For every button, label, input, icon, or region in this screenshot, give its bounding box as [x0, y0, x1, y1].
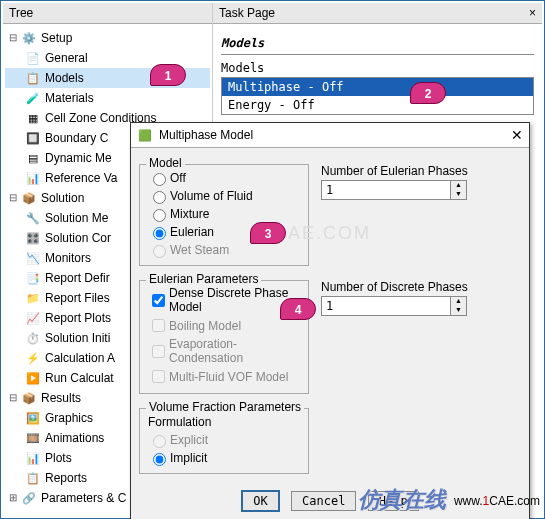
- task-header: Task Page ×: [213, 3, 542, 24]
- radio-implicit[interactable]: Implicit: [148, 449, 300, 467]
- multiphase-dialog: 🟩 Multiphase Model ✕ Model Off Volume of…: [130, 122, 530, 519]
- method-icon: 🔧: [25, 210, 41, 226]
- graphics-icon: 🖼️: [25, 410, 41, 426]
- anim-icon: 🎞️: [25, 430, 41, 446]
- calc-icon: ⚡: [25, 350, 41, 366]
- num-disc-label: Number of Discrete Phases: [321, 280, 521, 294]
- label: Report Defir: [45, 268, 110, 288]
- boundary-icon: 🔲: [25, 130, 41, 146]
- label: Dynamic Me: [45, 148, 112, 168]
- ref-icon: 📊: [25, 170, 41, 186]
- tree-header: Tree: [3, 3, 212, 24]
- task-title: Task Page: [219, 6, 275, 20]
- expander-icon[interactable]: ⊟: [7, 188, 19, 208]
- footer-cn: 仿真在线: [358, 485, 446, 515]
- run-icon: ▶️: [25, 370, 41, 386]
- section-title: Models: [221, 32, 534, 55]
- models-list: Multiphase - Off Energy - Off: [221, 77, 534, 115]
- init-icon: ⏱️: [25, 330, 41, 346]
- close-icon[interactable]: ✕: [511, 127, 523, 143]
- label: Graphics: [45, 408, 93, 428]
- list-row-multiphase[interactable]: Multiphase - Off: [222, 78, 533, 96]
- check-mfvof: Multi-Fluid VOF Model: [148, 366, 300, 387]
- label: Solution: [41, 188, 84, 208]
- results-icon: 📦: [21, 390, 37, 406]
- group-legend: Eulerian Parameters: [146, 272, 261, 286]
- formulation-label: Formulation: [148, 413, 300, 431]
- num-euler-label: Number of Eulerian Phases: [321, 164, 521, 178]
- num-euler-input[interactable]: ▲▼: [321, 180, 521, 200]
- label: Reference Va: [45, 168, 118, 188]
- reports-icon: 📋: [25, 470, 41, 486]
- mesh-icon: ▤: [25, 150, 41, 166]
- label: Report Files: [45, 288, 110, 308]
- label: Animations: [45, 428, 104, 448]
- label: Solution Cor: [45, 228, 111, 248]
- expander-icon[interactable]: ⊟: [7, 28, 19, 48]
- group-legend: Model: [146, 156, 185, 170]
- label: General: [45, 48, 88, 68]
- footer: 仿真在线 www.1CAE.com: [3, 485, 545, 515]
- label: Setup: [41, 28, 72, 48]
- expander-icon[interactable]: ⊟: [7, 388, 19, 408]
- label: Plots: [45, 448, 72, 468]
- marker-4: 4: [280, 298, 316, 320]
- spin-down-icon[interactable]: ▼: [451, 306, 466, 315]
- marker-3: 3: [250, 222, 286, 244]
- dialog-title: Multiphase Model: [159, 128, 253, 142]
- label: Solution Initi: [45, 328, 110, 348]
- app-icon: 🟩: [137, 127, 153, 143]
- plot-icon: 📈: [25, 310, 41, 326]
- model-group: Model Off Volume of Fluid Mixture Euleri…: [139, 164, 309, 266]
- solution-icon: 📦: [21, 190, 37, 206]
- label: Results: [41, 388, 81, 408]
- control-icon: 🎛️: [25, 230, 41, 246]
- check-evap: Evaporation-Condensation: [148, 336, 300, 366]
- models-icon: 📋: [25, 70, 41, 86]
- tree-setup[interactable]: ⊟⚙️Setup: [5, 28, 210, 48]
- general-icon: 📄: [25, 50, 41, 66]
- list-label: Models: [221, 55, 534, 77]
- spin-down-icon[interactable]: ▼: [451, 190, 466, 199]
- check-dense[interactable]: Dense Discrete Phase Model: [148, 285, 300, 315]
- spin-up-icon[interactable]: ▲: [451, 181, 466, 190]
- list-row-energy[interactable]: Energy - Off: [222, 96, 533, 114]
- euler-param-group: Eulerian Parameters Dense Discrete Phase…: [139, 280, 309, 394]
- label: Materials: [45, 88, 94, 108]
- plots-icon: 📊: [25, 450, 41, 466]
- label: Boundary C: [45, 128, 108, 148]
- tree-materials[interactable]: 🧪Materials: [5, 88, 210, 108]
- radio-explicit: Explicit: [148, 431, 300, 449]
- label: Run Calculat: [45, 368, 114, 388]
- gear-icon: ⚙️: [21, 30, 37, 46]
- label: Report Plots: [45, 308, 111, 328]
- radio-off[interactable]: Off: [148, 169, 300, 187]
- report-icon: 📑: [25, 270, 41, 286]
- marker-2: 2: [410, 82, 446, 104]
- radio-vof[interactable]: Volume of Fluid: [148, 187, 300, 205]
- num-disc-input[interactable]: ▲▼: [321, 296, 521, 316]
- close-icon[interactable]: ×: [529, 6, 536, 20]
- file-icon: 📁: [25, 290, 41, 306]
- num-euler-field[interactable]: [321, 180, 451, 200]
- vfrac-group: Volume Fraction Parameters Formulation E…: [139, 408, 309, 474]
- spin-up-icon[interactable]: ▲: [451, 297, 466, 306]
- label: Models: [45, 68, 84, 88]
- footer-url: www.1CAE.com: [454, 492, 540, 508]
- materials-icon: 🧪: [25, 90, 41, 106]
- check-boiling: Boiling Model: [148, 315, 300, 336]
- group-legend: Volume Fraction Parameters: [146, 400, 304, 414]
- label: Calculation A: [45, 348, 115, 368]
- label: Solution Me: [45, 208, 108, 228]
- cell-icon: ▦: [25, 110, 41, 126]
- num-disc-field[interactable]: [321, 296, 451, 316]
- radio-mixture[interactable]: Mixture: [148, 205, 300, 223]
- monitor-icon: 📉: [25, 250, 41, 266]
- dialog-titlebar: 🟩 Multiphase Model ✕: [131, 123, 529, 148]
- label: Monitors: [45, 248, 91, 268]
- marker-1: 1: [150, 64, 186, 86]
